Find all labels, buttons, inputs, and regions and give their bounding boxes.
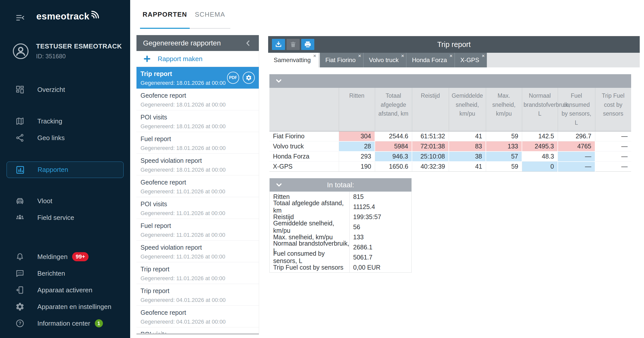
totals-collapse-bar: In totaal: — [270, 178, 411, 192]
tab-rapporten-label: RAPPORTEN — [143, 11, 187, 18]
trash-button[interactable] — [287, 39, 300, 50]
report-list-item[interactable]: Geofence reportGegenereerd: 18.01.2026 a… — [136, 89, 259, 110]
report-item-title: Fuel report — [141, 222, 254, 229]
sidebar-item-apparaten-en-instellingen[interactable]: Apparaten en instellingen — [0, 298, 130, 315]
report-tab-x-gps[interactable]: X-GPS× — [455, 53, 487, 67]
value-cell: 38 — [449, 151, 486, 162]
report-tab-label: Samenvatting — [274, 57, 311, 64]
report-list-item[interactable]: Geofence reportGegenereerd: 04.01.2026 a… — [136, 306, 259, 327]
sidebar-item-tracking[interactable]: Tracking — [0, 113, 130, 129]
report-tab-volvo-truck[interactable]: Volvo truck× — [363, 53, 406, 67]
value-cell: 1650.6 — [375, 162, 412, 172]
value-cell: 83 — [449, 141, 486, 151]
pdf-button[interactable]: PDF — [227, 72, 239, 84]
totals-value: 815 — [349, 192, 411, 202]
panel-collapse-icon[interactable] — [245, 39, 252, 47]
report-list-item[interactable]: Trip reportGegenereerd: 04.01.2026 at 00… — [136, 284, 259, 306]
create-report-label: Rapport maken — [158, 55, 203, 63]
value-cell: — — [595, 131, 631, 141]
sidebar-item-label: Meldingen — [37, 253, 68, 261]
tab-underline-track — [190, 28, 230, 29]
generated-reports-panel: Gegenereerde rapporten Rapport maken Tri… — [136, 35, 259, 335]
value-cell: 2495.3 — [522, 141, 558, 151]
table-row: Fiat Fiorino3042544.661:51:324159142.529… — [269, 131, 631, 141]
sidebar-item-meldingen[interactable]: Meldingen99+ — [0, 248, 130, 265]
value-cell: — — [595, 151, 631, 162]
close-icon[interactable]: × — [358, 53, 361, 58]
report-list-item[interactable]: Speed violation reportGegenereerd: 11.01… — [136, 241, 259, 262]
map-icon — [15, 116, 25, 126]
report-list-item[interactable]: Fuel reportGegenereerd: 11.01.2026 at 00… — [136, 219, 259, 241]
totals-row: Totaal afgelegde afstand, km11125.4 — [270, 202, 411, 212]
chevron-down-icon[interactable] — [275, 181, 283, 189]
report-title: Trip report — [268, 40, 640, 49]
table-row: Honda Forza293946.325:10:08385748.3—— — [269, 151, 631, 162]
totals-row: Fuel consumed by sensors, L5061.7 — [270, 252, 411, 262]
sidebar-item-geo-links[interactable]: Geo links — [0, 129, 130, 146]
create-report-button[interactable]: Rapport maken — [136, 51, 259, 67]
sidebar: esmeotrack TESTUSER ESMEOTRACK ID: 35168… — [0, 0, 130, 338]
totals-value: 0,00 EUR — [349, 262, 411, 272]
report-item-date: Gegenereerd: 11.01.2026 at 00:00 — [141, 210, 254, 217]
report-toolbar — [272, 39, 316, 50]
tab-rapporten[interactable]: RAPPORTEN — [140, 0, 190, 29]
report-tabs: Samenvatting×Fiat Fiorino×Volvo truck×Ho… — [268, 53, 640, 67]
app-root: esmeotrack TESTUSER ESMEOTRACK ID: 35168… — [0, 0, 644, 338]
report-list-item[interactable]: Speed violation reportGegenereerd: 18.01… — [136, 154, 259, 175]
sidebar-collapse-icon[interactable] — [15, 13, 25, 23]
report-tab-label: X-GPS — [460, 57, 479, 64]
sidebar-item-rapporten[interactable]: Rapporten — [7, 162, 124, 178]
report-tab-fiat-fiorino[interactable]: Fiat Fiorino× — [320, 53, 363, 67]
report-settings-button[interactable] — [243, 72, 255, 84]
report-tab-label: Fiat Fiorino — [325, 57, 356, 64]
report-title-bar: Trip report — [268, 36, 640, 53]
report-list-item[interactable]: Geofence reportGegenereerd: 11.01.2026 a… — [136, 175, 259, 197]
value-cell: 190 — [339, 162, 375, 172]
car-icon — [15, 196, 25, 206]
close-icon[interactable]: × — [401, 53, 404, 58]
people-icon — [15, 213, 25, 222]
sidebar-item-label: Vloot — [37, 197, 52, 205]
value-cell: 133 — [486, 141, 522, 151]
vehicle-name-cell: Volvo truck — [269, 141, 339, 151]
sidebar-item-vloot[interactable]: Vloot — [0, 193, 130, 209]
report-list-item[interactable]: Trip reportGegenereerd: 18.01.2026 at 00… — [136, 67, 259, 89]
totals-value: 133 — [349, 232, 411, 242]
totals-value: 199:35:57 — [349, 212, 411, 222]
sidebar-item-berichten[interactable]: Berichten — [0, 265, 130, 282]
value-cell: 57 — [486, 151, 522, 162]
trash-icon — [290, 41, 297, 48]
totals-label: Fuel consumed by sensors, L — [270, 250, 349, 265]
top-tabs: RAPPORTEN SCHEMA — [140, 0, 230, 29]
sidebar-item-label: Overzicht — [37, 86, 65, 94]
print-button[interactable] — [301, 39, 314, 50]
report-item-title: POI visits — [141, 200, 254, 208]
summary-col-header: Fuel consumed by sensors, L — [558, 88, 595, 131]
svg-text:?: ? — [18, 321, 21, 326]
summary-col-header: Trip Fuel cost by sensors — [595, 88, 631, 131]
sidebar-item-information-center[interactable]: ?Information center1 — [0, 315, 130, 332]
sidebar-item-label: Field service — [37, 214, 74, 222]
reports-list: Trip reportGegenereerd: 18.01.2026 at 00… — [136, 67, 259, 335]
report-tab-samenvatting[interactable]: Samenvatting× — [268, 53, 318, 67]
reports-list-scrollbar[interactable] — [136, 333, 259, 335]
notification-badge: 1 — [95, 319, 103, 327]
report-tab-honda-forza[interactable]: Honda Forza× — [406, 53, 455, 67]
report-list-item[interactable]: POI visitsGegenereerd: 18.01.2026 at 00:… — [136, 110, 259, 132]
report-list-item[interactable]: POI visitsGegenereerd: 11.01.2026 at 00:… — [136, 197, 259, 219]
sidebar-item-field-service[interactable]: Field service — [0, 209, 130, 226]
close-icon[interactable]: × — [482, 53, 485, 58]
chevron-down-icon[interactable] — [275, 77, 283, 85]
report-item-title: Trip report — [141, 266, 254, 273]
report-list-item[interactable]: Trip reportGegenereerd: 11.01.2026 at 00… — [136, 262, 259, 284]
tab-schema[interactable]: SCHEMA — [190, 0, 230, 29]
close-icon[interactable]: × — [450, 53, 453, 58]
user-block[interactable]: TESTUSER ESMEOTRACK ID: 351680 — [12, 42, 122, 60]
sidebar-item-apparaat-activeren[interactable]: Apparaat activeren — [0, 282, 130, 298]
download-button[interactable] — [272, 39, 285, 50]
summary-table: RittenTotaal afgelegde afstand, kmReisti… — [269, 88, 631, 172]
close-icon[interactable]: × — [313, 53, 316, 58]
sidebar-item-overzicht[interactable]: Overzicht — [0, 81, 130, 98]
report-list-item[interactable]: Fuel reportGegenereerd: 18.01.2026 at 00… — [136, 132, 259, 154]
report-item-date: Gegenereerd: 18.01.2026 at 00:00 — [141, 101, 254, 108]
